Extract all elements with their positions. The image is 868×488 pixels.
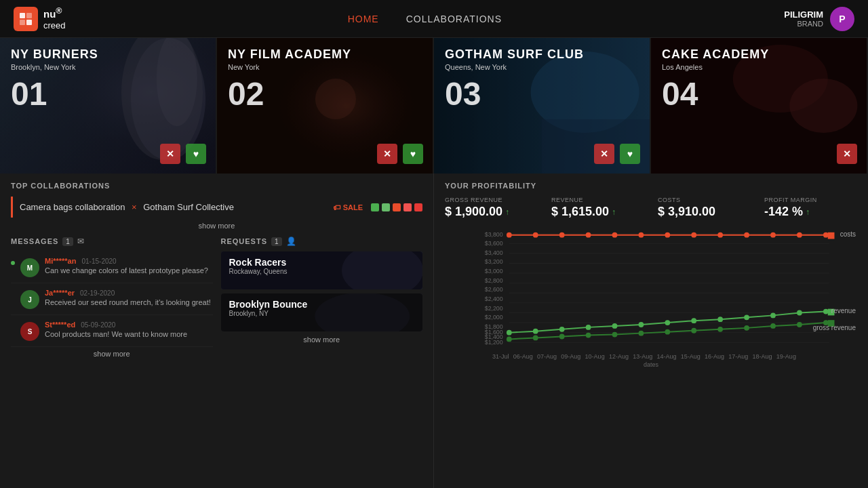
metric-revenue-label: REVENUE	[551, 197, 644, 203]
req-card-2[interactable]: Brooklyn Bounce Brooklyn, NY	[221, 293, 423, 331]
svg-rect-1	[26, 20, 32, 25]
msg-avatar-3: S	[20, 322, 39, 341]
gross-revenue-arrow: ↑	[505, 207, 509, 217]
card-4-reject[interactable]: ✕	[837, 144, 857, 164]
req-card-1-title: Rock Racers	[229, 257, 415, 268]
card-2-reject[interactable]: ✕	[377, 144, 397, 164]
svg-point-75	[586, 333, 591, 338]
svg-point-67	[717, 317, 723, 322]
svg-point-49	[586, 232, 591, 238]
card-2-actions: ✕ ♥	[377, 144, 423, 164]
card-4-subtitle: Los Angeles	[662, 63, 856, 71]
svg-text:$3,200: $3,200	[485, 258, 503, 265]
top-collab-title: TOP COLLABORATIONS	[11, 182, 422, 190]
svg-point-69	[770, 312, 776, 318]
msg-name-3: St*****ed	[45, 321, 75, 329]
collab-partner: Gotham Surf Collective	[143, 202, 234, 212]
requests-show-more[interactable]: show more	[221, 336, 423, 344]
msg-avatar-1: M	[20, 258, 39, 277]
svg-point-79	[691, 328, 696, 333]
card-3-reject[interactable]: ✕	[594, 144, 614, 164]
card-2-subtitle: New York	[228, 63, 422, 71]
x-label-11: 17-Aug	[728, 353, 748, 360]
msg-item-1[interactable]: M Mi*****an 01-15-2020 Can we change col…	[11, 251, 213, 283]
x-label-13: 19-Aug	[776, 353, 796, 360]
svg-text:$2,600: $2,600	[485, 286, 503, 293]
req-card-1-location: Rockaway, Queens	[229, 268, 415, 275]
card-2-number: 02	[228, 78, 422, 110]
collab-item: Camera bags collaboration × Gotham Surf …	[11, 197, 422, 218]
svg-rect-2	[26, 13, 32, 18]
svg-text:$3,000: $3,000	[485, 268, 503, 274]
req-card-2-content: Brooklyn Bounce Brooklyn, NY	[221, 293, 423, 331]
card-1-like[interactable]: ♥	[186, 144, 206, 164]
messages-show-more[interactable]: show more	[11, 350, 213, 358]
card-1-number: 01	[11, 78, 205, 110]
svg-point-77	[639, 331, 644, 336]
svg-text:$2,200: $2,200	[485, 305, 503, 312]
sale-icon: 🏷	[333, 203, 340, 211]
svg-point-83	[797, 322, 802, 327]
svg-rect-3	[20, 20, 25, 25]
svg-text:$2,800: $2,800	[485, 277, 503, 284]
dot-3	[393, 203, 401, 211]
svg-point-61	[559, 327, 565, 332]
top-collab-show-more[interactable]: show more	[11, 222, 422, 230]
right-panel: YOUR PROFITABILITY GROSS REVENUE $ 1,900…	[434, 174, 868, 488]
req-card-2-location: Brooklyn, NY	[229, 310, 415, 317]
svg-point-54	[717, 232, 723, 238]
svg-text:$3,400: $3,400	[485, 249, 503, 256]
x-label-2: 06-Aug	[513, 353, 533, 360]
msg-content-2: Ja*****er 02-19-2020 Received our seed r…	[45, 289, 213, 306]
card-2-like[interactable]: ♥	[403, 144, 423, 164]
msg-item-2[interactable]: J Ja*****er 02-19-2020 Received our seed…	[11, 283, 213, 315]
color-dots	[371, 203, 422, 211]
req-card-1-content: Rock Racers Rockaway, Queens	[221, 251, 423, 289]
avatar[interactable]: P	[830, 7, 854, 31]
user-role: BRAND	[784, 20, 823, 28]
legend-revenue: revenue	[831, 307, 856, 314]
svg-point-58	[823, 232, 829, 238]
hero-card-1: NY BURNERS Brooklyn, New York 01 ✕ ♥	[0, 38, 217, 174]
svg-text:$2,000: $2,000	[485, 314, 503, 321]
requests-section: REQUESTS 1 👤 Rock Racers Rockaway, Q	[221, 237, 423, 358]
legend-gross-revenue: gross revenue	[813, 324, 856, 331]
svg-point-64	[639, 322, 644, 327]
collab-text: Camera bags collaboration × Gotham Surf …	[20, 202, 333, 212]
user-area: PILIGRIM BRAND P	[784, 7, 854, 31]
profit-margin-arrow: ↑	[806, 207, 810, 217]
nav-home[interactable]: HOME	[348, 14, 379, 24]
messages-icon: ✉	[77, 237, 84, 246]
svg-point-59	[507, 330, 512, 336]
svg-point-74	[559, 334, 565, 340]
messages-header: MESSAGES 1 ✉	[11, 237, 213, 246]
msg-name-2: Ja*****er	[45, 289, 75, 297]
x-label-5: 10-Aug	[585, 353, 605, 360]
svg-point-57	[797, 232, 802, 238]
msg-item-3[interactable]: S St*****ed 05-09-2020 Cool products man…	[11, 315, 213, 347]
req-card-2-title: Brooklyn Bounce	[229, 299, 415, 310]
metric-revenue: REVENUE $ 1,615.00 ↑	[551, 197, 644, 219]
svg-point-56	[770, 232, 776, 238]
legend-costs: costs	[840, 230, 856, 238]
msg-text-1: Can we change colors of latest prototype…	[45, 266, 213, 274]
left-panel: TOP COLLABORATIONS Camera bags collabora…	[0, 174, 434, 488]
dot-4	[403, 203, 412, 211]
svg-point-50	[612, 232, 618, 238]
svg-point-70	[797, 310, 802, 316]
requests-header: REQUESTS 1 👤	[221, 237, 423, 246]
nav-collaborations[interactable]: COLLABORATIONS	[406, 14, 502, 24]
card-3-like[interactable]: ♥	[620, 144, 640, 164]
collab-x: ×	[132, 202, 139, 212]
card-1-reject[interactable]: ✕	[160, 144, 180, 164]
svg-point-60	[533, 329, 538, 334]
x-label-1: 31-Jul	[492, 353, 509, 360]
card-3-actions: ✕ ♥	[594, 144, 640, 164]
card-3-title: GOTHAM SURF CLUB	[445, 47, 639, 62]
revenue-arrow: ↑	[612, 207, 616, 217]
requests-title: REQUESTS	[221, 237, 268, 245]
req-card-1[interactable]: Rock Racers Rockaway, Queens	[221, 251, 423, 289]
svg-point-65	[665, 320, 670, 325]
profitability-chart: $3,800 $3,600 $3,400 $3,200 $3,000 $2,80…	[445, 227, 857, 349]
x-label-3: 07-Aug	[537, 353, 557, 360]
